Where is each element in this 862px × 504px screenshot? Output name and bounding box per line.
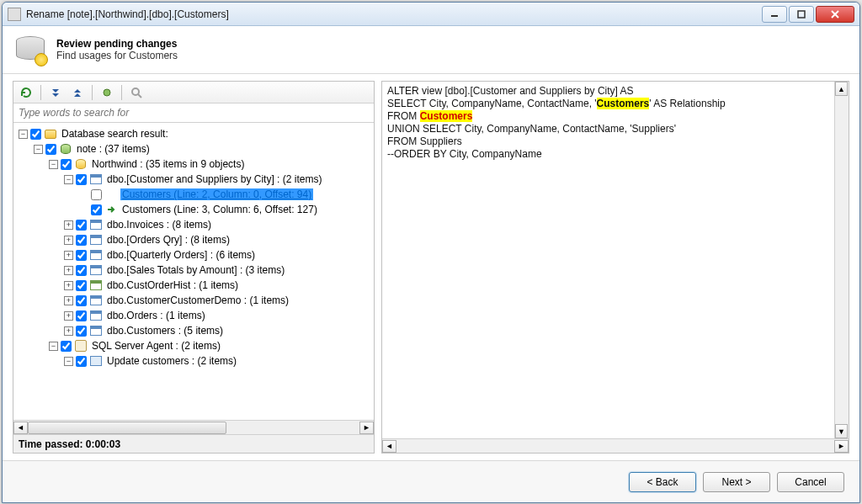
expand-all-button[interactable] [46, 83, 65, 102]
database-bulb-icon [14, 33, 48, 66]
results-tree[interactable]: −Database search result: −note : (37 ite… [13, 123, 374, 420]
code-line: SELECT City, CompanyName, ContactName, '… [387, 98, 843, 110]
back-button[interactable]: < Back [629, 472, 696, 492]
tree-node-update-cust[interactable]: −Update customers : (2 items) [15, 353, 372, 369]
tree-checkbox[interactable] [91, 189, 102, 200]
right-vertical-scrollbar[interactable]: ▲ ▼ [834, 82, 849, 438]
expand-icon[interactable]: + [64, 281, 73, 290]
scroll-down-button[interactable]: ▼ [835, 424, 848, 438]
highlighted-token: Customers [420, 110, 473, 122]
tree-checkbox[interactable] [45, 144, 56, 155]
tree-node-customers-tbl[interactable]: +dbo.Customers : (5 items) [15, 323, 372, 338]
tree-node-sales-totals[interactable]: +dbo.[Sales Totals by Amount] : (3 items… [15, 263, 372, 278]
expand-icon[interactable]: + [64, 326, 73, 336]
collapse-icon[interactable]: − [19, 130, 28, 139]
folder-icon [44, 127, 57, 141]
table-icon [89, 294, 103, 307]
scroll-left-button[interactable]: ◄ [382, 440, 396, 453]
tree-node-orders-qry[interactable]: +dbo.[Orders Qry] : (8 items) [15, 232, 372, 247]
usage-icon [104, 188, 118, 201]
code-preview[interactable]: ALTER view [dbo].[Customer and Suppliers… [382, 82, 849, 438]
tree-node-usage[interactable]: Customers (Line: 3, Column: 6, Offset: 1… [15, 202, 372, 217]
collapse-all-button[interactable] [68, 83, 87, 102]
expand-icon[interactable]: + [64, 220, 73, 230]
window-controls [762, 6, 854, 23]
collapse-icon[interactable]: − [49, 342, 58, 351]
expand-icon[interactable]: + [64, 266, 73, 275]
tree-checkbox[interactable] [76, 235, 87, 246]
search-input[interactable] [13, 103, 374, 122]
view-icon [89, 248, 103, 262]
tree-checkbox[interactable] [76, 356, 87, 367]
view-icon [89, 172, 103, 186]
left-pane: −Database search result: −note : (37 ite… [13, 81, 375, 454]
app-icon [8, 8, 21, 21]
server-icon [59, 142, 72, 156]
code-line: FROM Suppliers [387, 135, 843, 148]
collapse-icon[interactable]: − [34, 145, 43, 154]
close-button[interactable] [816, 6, 854, 23]
tree-node-note[interactable]: −note : (37 items) [15, 141, 372, 157]
svg-rect-1 [798, 11, 805, 18]
maximize-button[interactable] [789, 6, 814, 23]
cancel-button[interactable]: Cancel [777, 472, 844, 492]
scroll-right-button[interactable]: ► [834, 440, 849, 453]
tree-node-invoices[interactable]: +dbo.Invoices : (8 items) [15, 217, 372, 232]
tree-node-quarterly[interactable]: +dbo.[Quarterly Orders] : (6 items) [15, 247, 372, 263]
code-line: ALTER view [dbo].[Customer and Suppliers… [387, 85, 843, 98]
collapse-icon[interactable]: − [64, 175, 73, 184]
code-line: FROM Customers [387, 110, 843, 123]
code-line: UNION SELECT City, CompanyName, ContactN… [387, 123, 843, 135]
next-button[interactable]: Next > [703, 472, 770, 492]
tree-node-sql-agent[interactable]: −SQL Server Agent : (2 items) [15, 338, 372, 353]
tree-node-cust-order-hist[interactable]: +dbo.CustOrderHist : (1 items) [15, 278, 372, 293]
header-subtitle: Find usages for Customers [56, 50, 178, 61]
scroll-track[interactable] [28, 422, 359, 434]
tree-checkbox[interactable] [91, 204, 102, 215]
search-button[interactable] [127, 83, 146, 102]
refresh-button[interactable] [17, 83, 35, 102]
toolbar-separator [121, 85, 122, 100]
svg-point-5 [132, 88, 139, 95]
show-usages-button[interactable] [98, 83, 116, 102]
status-bar: Time passed: 0:00:03 [13, 434, 374, 453]
tree-node-usage-selected[interactable]: Customers (Line: 2, Column: 0, Offset: 9… [15, 187, 372, 202]
tree-checkbox[interactable] [30, 129, 41, 140]
expand-icon[interactable]: + [64, 251, 73, 260]
collapse-icon[interactable]: − [49, 160, 58, 169]
tree-checkbox[interactable] [61, 341, 72, 352]
proc-icon [89, 279, 103, 292]
scroll-right-button[interactable]: ► [359, 422, 374, 434]
tree-node-root[interactable]: −Database search result: [15, 126, 372, 141]
tree-checkbox[interactable] [61, 159, 72, 170]
tree-checkbox[interactable] [76, 220, 87, 231]
tree-checkbox[interactable] [76, 265, 87, 276]
tree-node-cust-supp[interactable]: −dbo.[Customer and Suppliers by City] : … [15, 172, 372, 187]
expand-icon[interactable]: + [64, 311, 73, 321]
titlebar: Rename [note].[Northwind].[dbo].[Custome… [3, 3, 859, 26]
view-icon [89, 233, 103, 247]
collapse-icon[interactable]: − [64, 357, 73, 366]
scroll-up-button[interactable]: ▲ [835, 82, 848, 96]
tree-checkbox[interactable] [76, 280, 87, 291]
expand-icon[interactable]: + [64, 296, 73, 305]
expand-icon[interactable]: + [64, 236, 73, 245]
database-icon [74, 157, 88, 171]
left-horizontal-scrollbar[interactable]: ◄ ► [13, 420, 374, 434]
tree-checkbox[interactable] [76, 174, 87, 185]
right-horizontal-scrollbar[interactable]: ◄ ► [382, 438, 849, 453]
view-icon [89, 218, 103, 231]
tree-checkbox[interactable] [76, 295, 87, 306]
scroll-left-button[interactable]: ◄ [13, 422, 28, 434]
tree-checkbox[interactable] [76, 326, 87, 337]
tree-node-cust-cust-demo[interactable]: +dbo.CustomerCustomerDemo : (1 items) [15, 293, 372, 308]
tree-checkbox[interactable] [76, 310, 87, 321]
scroll-thumb[interactable] [28, 422, 226, 434]
dialog-footer: < Back Next > Cancel [3, 460, 859, 502]
minimize-button[interactable] [762, 6, 787, 23]
left-toolbar [13, 82, 374, 103]
tree-node-orders[interactable]: +dbo.Orders : (1 items) [15, 308, 372, 323]
tree-node-northwind[interactable]: −Northwind : (35 items in 9 objects) [15, 157, 372, 172]
tree-checkbox[interactable] [76, 250, 87, 261]
header-title: Review pending changes [56, 38, 178, 50]
